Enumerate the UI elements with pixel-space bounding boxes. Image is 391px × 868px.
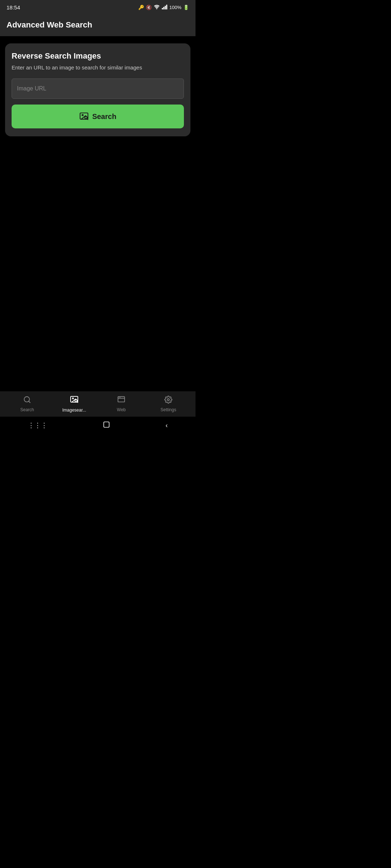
svg-point-0 xyxy=(156,8,157,9)
imagesearch-nav-icon xyxy=(70,395,79,406)
image-search-icon xyxy=(79,112,89,121)
nav-label-search: Search xyxy=(20,407,34,412)
bottom-nav: Search Imagesear... Web xyxy=(0,391,196,417)
search-button[interactable]: Search xyxy=(12,105,184,128)
main-content: Reverse Search Images Enter an URL to an… xyxy=(0,36,196,144)
svg-point-19 xyxy=(167,399,169,401)
system-nav: ⋮⋮⋮ ‹ xyxy=(0,417,196,434)
svg-rect-20 xyxy=(104,422,109,427)
status-icons: 🔑 🔇 100% 🔋 xyxy=(138,4,189,10)
svg-rect-3 xyxy=(165,6,166,9)
signal-icon xyxy=(162,4,168,10)
svg-point-6 xyxy=(82,115,83,116)
settings-nav-icon xyxy=(164,396,172,406)
reverse-search-card: Reverse Search Images Enter an URL to an… xyxy=(5,43,190,136)
status-time: 18:54 xyxy=(7,4,20,10)
card-description: Enter an URL to an image to search for s… xyxy=(12,64,184,71)
status-bar: 18:54 🔑 🔇 100% 🔋 xyxy=(0,0,196,14)
app-header: Advanced Web Search xyxy=(0,14,196,36)
svg-rect-1 xyxy=(162,8,163,9)
recent-apps-button[interactable]: ⋮⋮⋮ xyxy=(28,421,47,429)
nav-label-imagesearch: Imagesear... xyxy=(62,408,86,413)
web-nav-icon xyxy=(117,396,125,406)
nav-label-web: Web xyxy=(117,407,126,412)
svg-rect-2 xyxy=(163,7,164,9)
search-button-label: Search xyxy=(92,112,117,121)
card-title: Reverse Search Images xyxy=(12,51,184,61)
svg-rect-4 xyxy=(166,5,167,9)
battery-text: 100% xyxy=(169,5,181,10)
image-url-input[interactable] xyxy=(12,78,184,99)
back-button[interactable]: ‹ xyxy=(165,422,168,429)
svg-rect-15 xyxy=(118,397,125,402)
svg-line-10 xyxy=(29,401,30,403)
key-icon: 🔑 xyxy=(138,5,144,10)
svg-point-12 xyxy=(72,398,73,399)
mute-icon: 🔇 xyxy=(146,5,152,10)
nav-item-web[interactable]: Web xyxy=(98,396,145,412)
nav-item-settings[interactable]: Settings xyxy=(145,396,192,412)
nav-item-imagesearch[interactable]: Imagesear... xyxy=(51,395,98,413)
app-title: Advanced Web Search xyxy=(7,20,92,29)
nav-label-settings: Settings xyxy=(160,407,176,412)
battery-icon: 🔋 xyxy=(183,5,189,10)
wifi-icon xyxy=(154,4,160,10)
nav-item-search[interactable]: Search xyxy=(4,396,51,412)
home-button[interactable] xyxy=(103,421,110,430)
search-nav-icon xyxy=(23,396,31,406)
